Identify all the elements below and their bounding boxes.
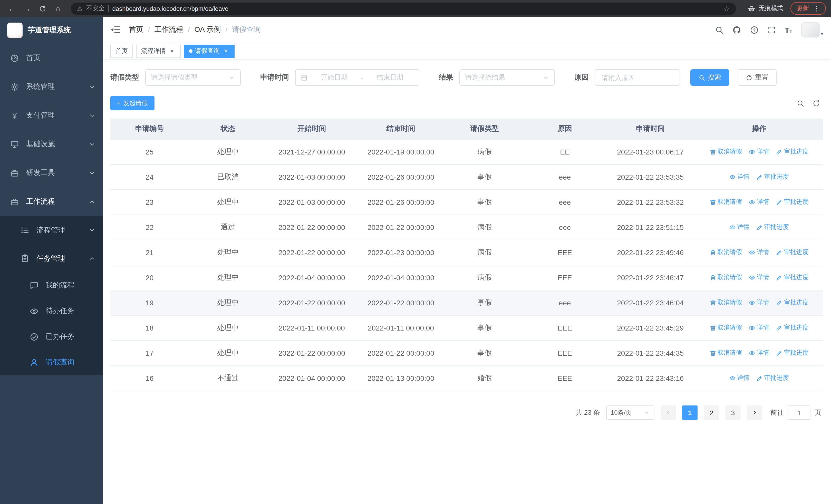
github-icon[interactable] [732, 25, 741, 34]
url-text[interactable]: dashboard.yudao.iocoder.cn/bpm/oa/leave [112, 5, 228, 12]
tab-home[interactable]: 首页 [110, 45, 133, 58]
prev-page-button[interactable] [661, 406, 676, 420]
sidebar-item-infra[interactable]: 基础设施 [0, 130, 103, 158]
sidebar-item-leave-query[interactable]: 请假查询 [0, 350, 103, 375]
sidebar-item-workflow[interactable]: 工作流程 [0, 187, 103, 216]
cancel-leave-link[interactable]: 取消请假 [710, 298, 742, 307]
address-bar[interactable]: ⚠ 不安全 dashboard.yudao.iocoder.cn/bpm/oa/… [71, 2, 736, 14]
approval-progress-link[interactable]: 审批进度 [776, 349, 809, 357]
browser-reload-icon[interactable] [36, 2, 49, 15]
detail-link[interactable]: 详情 [749, 248, 769, 257]
refresh-table-icon[interactable] [812, 99, 820, 107]
approval-progress-link[interactable]: 审批进度 [776, 248, 809, 257]
bookmark-star-icon[interactable]: ☆ [723, 4, 730, 12]
sidebar-item-my-process[interactable]: 我的流程 [0, 272, 103, 298]
cell-actions: 取消请假 详情 审批进度 [695, 215, 823, 240]
browser-menu-icon[interactable]: ⋮ [813, 5, 820, 12]
sidebar-item-home[interactable]: 首页 [0, 43, 103, 72]
approval-progress-link[interactable]: 审批进度 [756, 374, 789, 383]
browser-forward-icon[interactable]: → [21, 2, 34, 15]
security-label[interactable]: 不安全 [86, 4, 105, 13]
approval-progress-link[interactable]: 审批进度 [776, 148, 809, 156]
detail-link[interactable]: 详情 [749, 349, 769, 357]
browser-home-icon[interactable]: ⌂ [51, 2, 65, 15]
page-size-select[interactable]: 10条/页 [606, 406, 654, 420]
approval-progress-link[interactable]: 审批进度 [776, 273, 809, 282]
app-logo[interactable]: 芋道管理系统 [0, 17, 103, 43]
sidebar-item-system[interactable]: 系统管理 [0, 72, 103, 101]
apply-time-range-picker[interactable]: 开始日期 - 结束日期 [295, 69, 419, 86]
breadcrumb-oa[interactable]: OA 示例 [195, 25, 221, 34]
next-page-button[interactable] [747, 406, 762, 420]
table-row[interactable]: 17 处理中 2022-01-22 00:00:00 2022-01-22 00… [110, 340, 823, 366]
approval-progress-link[interactable]: 审批进度 [776, 298, 809, 307]
table-row[interactable]: 20 处理中 2022-01-04 00:00:00 2022-01-04 00… [110, 265, 823, 290]
table-row[interactable]: 18 处理中 2022-01-11 00:00:00 2022-01-11 00… [110, 316, 823, 340]
browser-update-button[interactable]: 更新 ⋮ [791, 2, 826, 15]
table-row[interactable]: 23 处理中 2022-01-03 00:00:00 2022-01-26 00… [110, 190, 823, 215]
cancel-leave-link[interactable]: 取消请假 [710, 198, 742, 207]
cancel-leave-link[interactable]: 取消请假 [710, 148, 742, 156]
avatar-caret-icon[interactable]: ▾ [821, 31, 823, 37]
table-row[interactable]: 19 处理中 2022-01-22 00:00:00 2022-01-22 00… [110, 290, 823, 316]
chevron-down-icon [643, 410, 650, 416]
sidebar-item-devtools[interactable]: 研发工具 [0, 158, 103, 187]
tab-leave-query[interactable]: 请假查询 × [184, 45, 235, 58]
cancel-leave-link[interactable]: 取消请假 [710, 273, 742, 282]
close-icon[interactable]: × [168, 48, 175, 55]
detail-link[interactable]: 详情 [729, 173, 749, 181]
approval-progress-link[interactable]: 审批进度 [776, 198, 809, 207]
cell-actions: 取消请假 详情 审批进度 [695, 240, 823, 265]
search-icon[interactable] [715, 25, 723, 34]
page-button-3[interactable]: 3 [725, 406, 741, 420]
result-select[interactable]: 请选择流结果 [459, 69, 555, 86]
sidebar-item-process-mgmt[interactable]: 流程管理 [0, 216, 103, 244]
breadcrumb-workflow[interactable]: 工作流程 [154, 25, 183, 34]
sidebar-fold-icon[interactable] [110, 25, 121, 35]
approval-progress-link[interactable]: 审批进度 [756, 223, 789, 232]
table-row[interactable]: 24 已取消 2022-01-03 00:00:00 2022-01-26 00… [110, 165, 823, 190]
browser-back-icon[interactable]: ← [5, 2, 19, 15]
reason-input[interactable] [595, 69, 680, 86]
col-reason: 原因 [524, 119, 606, 139]
detail-link[interactable]: 详情 [729, 374, 749, 383]
table-row[interactable]: 21 处理中 2022-01-22 00:00:00 2022-01-23 00… [110, 240, 823, 265]
approval-progress-link[interactable]: 审批进度 [756, 173, 789, 181]
sidebar-item-task-mgmt[interactable]: 任务管理 [0, 244, 103, 272]
create-leave-button[interactable]: + 发起请假 [110, 96, 154, 110]
detail-link[interactable]: 详情 [749, 148, 769, 156]
detail-link[interactable]: 详情 [729, 223, 749, 232]
search-button[interactable]: 搜索 [690, 69, 729, 86]
cancel-leave-link[interactable]: 取消请假 [710, 248, 742, 257]
sidebar-item-done-tasks[interactable]: 已办任务 [0, 324, 103, 350]
close-icon[interactable]: × [222, 48, 229, 55]
page-button-1[interactable]: 1 [682, 406, 697, 420]
table-row[interactable]: 25 处理中 2021-12-27 00:00:00 2022-01-19 00… [110, 139, 823, 165]
col-applied: 申请时间 [606, 119, 695, 139]
help-icon[interactable] [750, 25, 758, 34]
approval-progress-link[interactable]: 审批进度 [776, 324, 809, 332]
detail-link[interactable]: 详情 [749, 324, 769, 332]
toggle-search-icon[interactable] [797, 99, 804, 107]
tab-process-detail[interactable]: 流程详情 × [136, 45, 181, 58]
page-button-2[interactable]: 2 [704, 406, 719, 420]
fullscreen-icon[interactable] [767, 25, 776, 34]
cancel-leave-link[interactable]: 取消请假 [710, 349, 742, 357]
cancel-leave-link[interactable]: 取消请假 [710, 324, 742, 332]
user-avatar[interactable] [801, 22, 820, 37]
detail-link[interactable]: 详情 [749, 198, 769, 207]
detail-link[interactable]: 详情 [749, 273, 769, 282]
table-row[interactable]: 16 不通过 2022-01-04 00:00:00 2022-01-13 00… [110, 366, 823, 391]
font-size-icon[interactable]: TT [784, 25, 793, 34]
eye-icon [749, 274, 755, 281]
detail-link[interactable]: 详情 [749, 298, 769, 307]
reset-button[interactable]: 重置 [738, 69, 777, 86]
cell-type: 病假 [446, 139, 524, 165]
sidebar-item-payment[interactable]: ¥ 支付管理 [0, 101, 103, 130]
approval-progress-label: 审批进度 [784, 198, 809, 207]
goto-page-input[interactable] [788, 406, 810, 420]
sidebar-item-todo-tasks[interactable]: 待办任务 [0, 298, 103, 324]
breadcrumb-home[interactable]: 首页 [129, 25, 143, 34]
table-row[interactable]: 22 通过 2022-01-22 00:00:00 2022-01-22 00:… [110, 215, 823, 240]
leave-type-select[interactable]: 请选择请假类型 [145, 69, 241, 86]
